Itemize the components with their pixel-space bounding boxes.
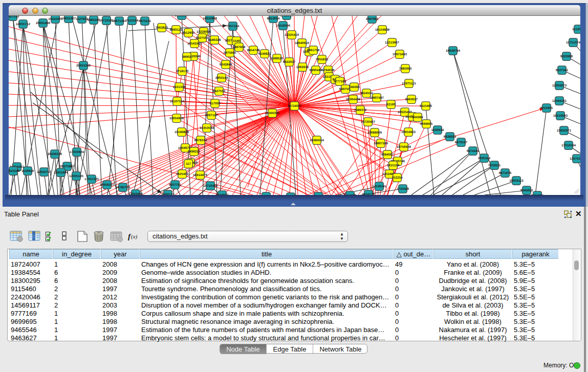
svg-text:7386372: 7386372 bbox=[354, 108, 367, 112]
svg-text:18807249: 18807249 bbox=[374, 142, 388, 145]
svg-text:1546: 1546 bbox=[233, 39, 241, 43]
svg-text:20053346: 20053346 bbox=[76, 64, 91, 68]
svg-text:12505135: 12505135 bbox=[69, 174, 84, 178]
svg-text:12942757: 12942757 bbox=[37, 170, 52, 174]
svg-text:9084067: 9084067 bbox=[381, 153, 394, 157]
svg-text:7663822: 7663822 bbox=[156, 26, 168, 30]
svg-text:12923466: 12923466 bbox=[128, 192, 143, 195]
svg-text:8186328: 8186328 bbox=[208, 38, 221, 42]
svg-text:8215955: 8215955 bbox=[540, 106, 553, 110]
svg-text:16648784: 16648784 bbox=[446, 49, 461, 53]
svg-text:14055712: 14055712 bbox=[16, 23, 31, 26]
svg-text:2935114: 2935114 bbox=[478, 157, 491, 160]
svg-text:19166829: 19166829 bbox=[175, 130, 189, 134]
svg-text:1527602: 1527602 bbox=[76, 17, 89, 21]
svg-text:19756928: 19756928 bbox=[397, 145, 411, 149]
svg-text:9245652: 9245652 bbox=[520, 189, 533, 192]
svg-text:20206576: 20206576 bbox=[48, 152, 62, 156]
svg-text:617000: 617000 bbox=[209, 102, 221, 105]
svg-text:9242848: 9242848 bbox=[220, 63, 232, 67]
svg-text:10633267: 10633267 bbox=[175, 16, 189, 17]
svg-text:8267110: 8267110 bbox=[205, 114, 218, 117]
svg-text:19411005: 19411005 bbox=[48, 17, 62, 21]
svg-text:12975115: 12975115 bbox=[402, 82, 416, 85]
svg-text:10654112: 10654112 bbox=[509, 179, 524, 183]
svg-text:18640910: 18640910 bbox=[295, 41, 310, 45]
svg-text:16671355: 16671355 bbox=[112, 19, 127, 23]
svg-text:16210643: 16210643 bbox=[553, 114, 568, 118]
svg-text:12353594: 12353594 bbox=[200, 126, 214, 130]
svg-text:18724007: 18724007 bbox=[287, 104, 302, 108]
svg-text:17016504: 17016504 bbox=[561, 144, 576, 147]
svg-text:746266: 746266 bbox=[349, 85, 360, 89]
svg-text:1640934: 1640934 bbox=[431, 128, 444, 132]
svg-text:62160: 62160 bbox=[386, 103, 396, 106]
svg-text:252254: 252254 bbox=[391, 176, 403, 180]
svg-text:9824502: 9824502 bbox=[216, 193, 229, 195]
svg-text:16107554: 16107554 bbox=[170, 100, 185, 103]
svg-text:10973493: 10973493 bbox=[393, 53, 407, 56]
svg-text:964384: 964384 bbox=[412, 116, 423, 119]
svg-text:16154838: 16154838 bbox=[375, 28, 390, 32]
svg-text:16543382: 16543382 bbox=[187, 42, 202, 46]
svg-text:98902: 98902 bbox=[182, 55, 191, 59]
svg-text:9474444: 9474444 bbox=[467, 149, 480, 153]
svg-text:8712004: 8712004 bbox=[280, 16, 293, 17]
svg-text:2867608: 2867608 bbox=[233, 46, 246, 49]
svg-text:6879197: 6879197 bbox=[455, 141, 468, 144]
svg-text:8938923: 8938923 bbox=[444, 135, 456, 139]
svg-text:2803144: 2803144 bbox=[215, 76, 228, 80]
svg-text:8990448: 8990448 bbox=[310, 69, 322, 72]
svg-text:17957225: 17957225 bbox=[84, 178, 99, 181]
svg-text:8660123: 8660123 bbox=[170, 28, 183, 32]
svg-text:3915549: 3915549 bbox=[9, 169, 20, 173]
svg-text:15720407: 15720407 bbox=[361, 120, 376, 124]
svg-text:15751074: 15751074 bbox=[566, 41, 580, 45]
svg-text:9657791: 9657791 bbox=[169, 183, 182, 187]
svg-text:16914479: 16914479 bbox=[193, 173, 208, 177]
svg-text:19654928: 19654928 bbox=[169, 117, 184, 120]
svg-text:(x): (x) bbox=[131, 233, 138, 240]
svg-text:10807487: 10807487 bbox=[369, 96, 384, 100]
svg-text:13226058: 13226058 bbox=[197, 30, 211, 34]
svg-text:7485063: 7485063 bbox=[399, 67, 412, 71]
svg-text:20364436: 20364436 bbox=[346, 98, 361, 101]
svg-text:8813054: 8813054 bbox=[267, 17, 280, 20]
svg-text:5875685: 5875685 bbox=[224, 51, 236, 55]
svg-text:18300295: 18300295 bbox=[265, 112, 280, 115]
svg-text:1362615: 1362615 bbox=[296, 65, 309, 69]
svg-text:9934120: 9934120 bbox=[362, 193, 375, 195]
svg-text:19218506: 19218506 bbox=[276, 24, 291, 28]
svg-text:1615152: 1615152 bbox=[387, 164, 400, 167]
svg-text:9777169: 9777169 bbox=[334, 80, 346, 83]
svg-text:11451944: 11451944 bbox=[54, 171, 68, 174]
svg-text:20691406: 20691406 bbox=[36, 21, 51, 25]
svg-text:2718170: 2718170 bbox=[176, 70, 189, 73]
svg-text:2087682: 2087682 bbox=[366, 17, 379, 21]
svg-text:1588520: 1588520 bbox=[271, 57, 284, 60]
svg-text:7357224: 7357224 bbox=[227, 25, 239, 28]
svg-text:12093873: 12093873 bbox=[552, 84, 567, 87]
svg-text:8912955: 8912955 bbox=[182, 31, 195, 35]
svg-text:8427552: 8427552 bbox=[213, 90, 226, 93]
svg-text:6966160: 6966160 bbox=[88, 18, 100, 22]
svg-text:13325419: 13325419 bbox=[285, 33, 299, 37]
svg-text:3824554: 3824554 bbox=[360, 92, 373, 95]
svg-text:9146821: 9146821 bbox=[258, 52, 271, 56]
svg-text:9134855: 9134855 bbox=[531, 194, 544, 195]
svg-text:9699695: 9699695 bbox=[420, 122, 433, 126]
svg-text:9329966: 9329966 bbox=[560, 55, 573, 58]
svg-text:1221338: 1221338 bbox=[173, 85, 186, 89]
svg-text:8454749: 8454749 bbox=[247, 49, 260, 52]
svg-text:12444191: 12444191 bbox=[552, 99, 567, 103]
svg-text:8471676: 8471676 bbox=[499, 171, 512, 175]
svg-text:19384554: 19384554 bbox=[310, 139, 324, 142]
svg-text:8609123: 8609123 bbox=[162, 193, 175, 195]
svg-text:7515524: 7515524 bbox=[126, 19, 139, 23]
svg-text:15716485: 15716485 bbox=[203, 184, 218, 188]
svg-text:8878334: 8878334 bbox=[194, 139, 207, 142]
svg-text:9875211: 9875211 bbox=[139, 19, 151, 23]
svg-text:16782759: 16782759 bbox=[116, 186, 130, 189]
svg-text:5498222: 5498222 bbox=[188, 150, 201, 154]
svg-text:10655267: 10655267 bbox=[61, 17, 76, 20]
